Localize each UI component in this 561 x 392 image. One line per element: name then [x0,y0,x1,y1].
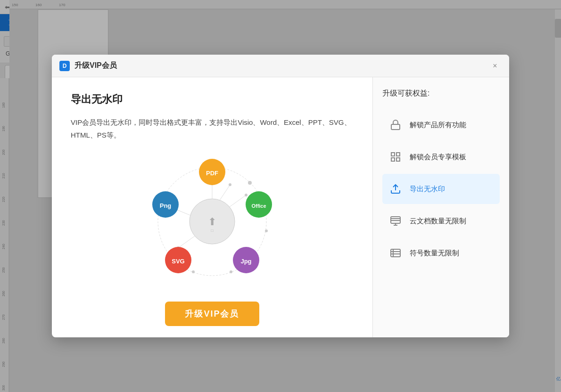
modal-left-panel: 导出无水印 VIP会员导出无水印，同时导出格式更丰富，支持导出Visio、Wor… [52,77,372,337]
modal-close-btn[interactable]: × [488,59,502,73]
svg-text:Png: Png [160,202,172,209]
svg-line-28 [178,236,195,248]
svg-rect-59 [391,249,400,257]
grid-icon [388,149,403,164]
svg-text:SVG: SVG [172,258,184,265]
modal-overlay: D 升级VIP会员 × 导出无水印 VIP会员导出无水印，同时导出格式更丰富，支… [0,0,561,392]
modal-header-title: 升级VIP会员 [74,61,484,71]
vip-modal: D 升级VIP会员 × 导出无水印 VIP会员导出无水印，同时导出格式更丰富，支… [52,55,509,337]
right-panel-title: 升级可获权益: [382,89,500,98]
svg-text:□: □ [211,229,214,233]
svg-line-24 [220,185,230,200]
svg-rect-49 [391,153,395,156]
symbol-icon [388,245,403,261]
benefit-no-watermark[interactable]: 导出无水印 [382,174,500,204]
modal-body: 导出无水印 VIP会员导出无水印，同时导出格式更丰富，支持导出Visio、Wor… [52,77,509,337]
svg-text:Office: Office [251,203,266,209]
benefit-no-watermark-label: 导出无水印 [410,185,445,194]
svg-point-27 [245,194,248,196]
svg-point-33 [248,181,252,185]
svg-rect-52 [396,158,400,161]
benefit-cloud-docs-label: 云文档数量无限制 [410,217,466,226]
svg-line-26 [230,195,246,207]
modal-header: D 升级VIP会员 × [52,55,509,77]
upgrade-vip-btn[interactable]: 升级VIP会员 [165,302,259,326]
modal-header-icon: D [59,61,70,71]
svg-point-25 [229,183,231,186]
cloud-icon [388,213,403,229]
svg-rect-50 [396,153,400,156]
export-icon [388,181,403,196]
orbit-svg: ⬆ □ [146,155,278,287]
modal-description: VIP会员导出无水印，同时导出格式更丰富，支持导出Visio、Word、Exce… [71,116,354,141]
svg-rect-51 [391,158,395,161]
svg-point-45 [230,270,232,273]
svg-rect-48 [391,124,400,130]
svg-text:⬆: ⬆ [208,216,216,228]
orbit-diagram-container: ⬆ □ [71,155,354,287]
benefit-member-templates[interactable]: 解锁会员专享模板 [382,142,500,172]
benefit-member-templates-label: 解锁会员专享模板 [410,153,466,162]
svg-point-47 [265,229,268,232]
svg-point-46 [192,270,195,273]
svg-text:PDF: PDF [206,170,218,177]
svg-text:Jpg: Jpg [240,258,251,265]
modal-main-title: 导出无水印 [71,92,354,106]
benefit-unlock-all-label: 解锁产品所有功能 [410,121,466,130]
benefit-unlock-all[interactable]: 解锁产品所有功能 [382,110,500,140]
lock-icon [388,117,403,132]
modal-right-panel: 升级可获权益: 解锁产品所有功能 [372,77,509,337]
benefit-symbols-label: 符号数量无限制 [410,249,459,258]
benefit-symbols[interactable]: 符号数量无限制 [382,238,500,268]
benefit-cloud-docs[interactable]: 云文档数量无限制 [382,206,500,236]
